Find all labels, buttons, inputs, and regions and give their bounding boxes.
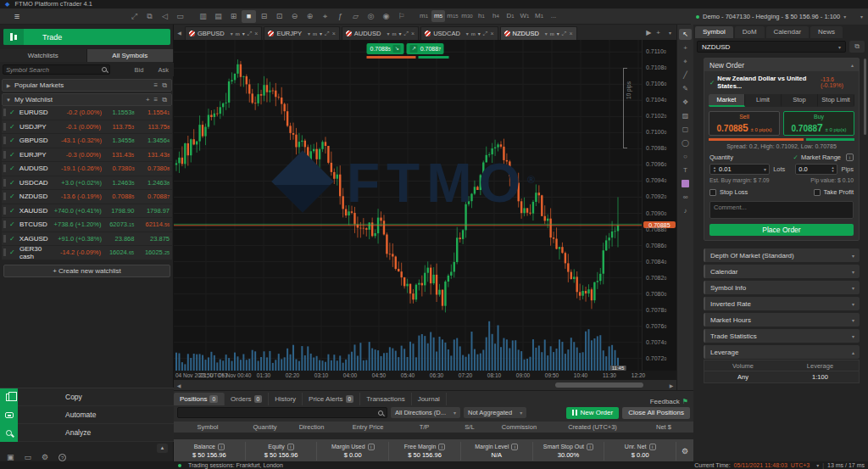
drag-handle[interactable] bbox=[3, 221, 6, 228]
drag-handle[interactable] bbox=[3, 179, 6, 187]
time-axis[interactable]: 04 Nov 2021, UTC+3 11:45 23:5005 Nov 00:… bbox=[174, 371, 676, 380]
pencil-icon[interactable]: ✎ bbox=[679, 83, 692, 94]
timeframe-h1[interactable]: h1 bbox=[475, 10, 488, 22]
close-icon[interactable]: × bbox=[254, 31, 258, 36]
quick-sell-button[interactable]: 0.70885 ↘ bbox=[367, 43, 404, 54]
watchlist-row-USDCAD[interactable]: ✓USDCAD+3.0 (+0.02%)1.246351.24638 bbox=[2, 176, 172, 190]
help-icon[interactable]: ? bbox=[58, 454, 66, 461]
chart-tab-AUDUSD[interactable]: AUDUSD▾m▾⤢× bbox=[342, 26, 419, 40]
column-header-entry-price[interactable]: Entry Price bbox=[335, 423, 401, 431]
info-icon[interactable]: i bbox=[438, 444, 445, 450]
zoom-in-icon[interactable]: ⊕ bbox=[303, 10, 317, 23]
drag-handle[interactable] bbox=[3, 109, 6, 116]
brush-icon[interactable]: ▨ bbox=[679, 110, 692, 121]
analyze-button[interactable]: Analyze bbox=[0, 424, 174, 442]
collapse-icon[interactable]: ▲ bbox=[157, 444, 168, 453]
drag-handle[interactable] bbox=[3, 137, 6, 144]
zoom-out-icon[interactable]: ⊖ bbox=[287, 10, 302, 23]
market-range-checkbox[interactable]: ✓ Market Range bbox=[793, 154, 841, 161]
stepper-icon[interactable]: ▲▼ bbox=[713, 166, 716, 173]
timeframe-M1[interactable]: M1 bbox=[532, 10, 546, 22]
alarm-icon[interactable]: ♪ bbox=[679, 205, 692, 216]
chart-tab-USDCAD[interactable]: USDCAD▾m▾⤢× bbox=[420, 26, 498, 40]
timeframe-D1[interactable]: D1 bbox=[504, 10, 517, 22]
drag-handle[interactable] bbox=[3, 151, 6, 159]
templates-icon[interactable]: ◎ bbox=[364, 10, 378, 23]
section-leverage[interactable]: Leverage ▴ bbox=[704, 345, 860, 359]
drag-handle[interactable] bbox=[3, 165, 6, 172]
drag-handle[interactable] bbox=[3, 235, 6, 243]
chart-plot[interactable]: FTMO® 0.70885 ↘ ↗ 0.70887 10 pips bbox=[174, 40, 642, 371]
stop-loss-checkbox[interactable]: Stop Loss bbox=[709, 188, 748, 196]
take-profit-checkbox[interactable]: Take Profit bbox=[814, 188, 854, 196]
drag-handle[interactable] bbox=[3, 248, 6, 256]
multi-chart-icon[interactable]: ⊞ bbox=[226, 10, 241, 23]
buy-button[interactable]: Buy 0.70887 ± 0 pip(s) bbox=[783, 111, 854, 136]
trade-button[interactable]: Trade bbox=[3, 29, 170, 45]
sound-icon[interactable]: ◁ bbox=[158, 10, 172, 23]
create-watchlist-button[interactable]: + Create new watchlist bbox=[3, 265, 170, 277]
sidebar-tab-all-symbols[interactable]: All Symbols bbox=[87, 49, 175, 62]
section-depth-of-market-standard-[interactable]: Depth Of Market (Standard)▾ bbox=[704, 248, 860, 262]
text-tool-icon[interactable]: T bbox=[679, 165, 692, 176]
automate-button[interactable]: Automate bbox=[0, 406, 174, 424]
watchlist-row-GBPUSD[interactable]: ✓GBPUSD-43.1 (-0.32%)1.345581.34564 bbox=[2, 134, 172, 148]
column-header-commission[interactable]: Commission bbox=[492, 423, 547, 431]
sell-button[interactable]: Sell 0.70885 ± 0 pip(s) bbox=[709, 111, 780, 136]
open-chart-icon[interactable]: ⧉ bbox=[849, 41, 865, 53]
info-icon[interactable]: i bbox=[846, 154, 854, 161]
section-symbol-info[interactable]: Symbol Info▾ bbox=[704, 281, 860, 294]
selection-icon[interactable]: ▢ bbox=[679, 124, 692, 135]
indicators-icon[interactable]: ƒ bbox=[333, 10, 348, 23]
quantity-input[interactable]: ▲▼ 0.01 ▾ bbox=[709, 164, 770, 175]
info-icon[interactable]: i bbox=[587, 444, 593, 450]
alerts-icon[interactable]: ⚐ bbox=[394, 10, 409, 23]
popout-icon[interactable]: ⤢ bbox=[403, 31, 409, 37]
order-type-stop[interactable]: Stop bbox=[782, 94, 818, 107]
watchlist-row-EURJPY[interactable]: ✓EURJPY-0.3 (0.00%)131.435131.438 bbox=[2, 148, 172, 162]
aggregation-filter-select[interactable]: Not Aggregated▾ bbox=[464, 407, 526, 418]
column-header-created-utc-[interactable]: Created (UTC+3) bbox=[547, 423, 638, 431]
pin-icon[interactable]: ⌖ bbox=[679, 56, 692, 67]
add-symbol-icon[interactable]: + bbox=[146, 96, 150, 103]
copy-button[interactable]: Copy bbox=[0, 388, 174, 406]
panel-tab-symbol[interactable]: Symbol bbox=[695, 26, 733, 38]
scrollbar-handle[interactable] bbox=[555, 382, 643, 388]
chart-list-icon[interactable]: ▤ bbox=[211, 10, 225, 23]
order-type-market[interactable]: Market bbox=[709, 94, 745, 107]
workspace-caret-icon[interactable]: ▾ bbox=[860, 14, 863, 20]
order-type-limit[interactable]: Limit bbox=[745, 94, 782, 107]
column-header-quantity[interactable]: Quantity bbox=[242, 423, 288, 431]
watchlist-row-USDJPY[interactable]: ✓USDJPY-0.1 (0.00%)113.753113.758 bbox=[2, 120, 172, 134]
lots-label[interactable]: Lots bbox=[773, 165, 785, 173]
popout-icon[interactable]: ⤢ bbox=[562, 31, 567, 37]
account-bar[interactable]: Demo - 7047130 - Hedging - $ 50 156.96 -… bbox=[691, 8, 868, 25]
panel-tab-news[interactable]: News bbox=[810, 26, 843, 38]
panel-tab-calendar[interactable]: Calendar bbox=[766, 26, 809, 38]
close-icon[interactable]: × bbox=[411, 31, 415, 36]
crosshair-tool-icon[interactable]: + bbox=[679, 42, 692, 53]
column-header-net-$[interactable]: Net $ bbox=[638, 423, 689, 431]
duplicate-window-icon[interactable]: ⧉ bbox=[142, 10, 157, 23]
drag-handle[interactable] bbox=[3, 193, 6, 200]
chart-scrollbar[interactable]: ◀ ▶ bbox=[174, 380, 676, 390]
info-icon[interactable]: i bbox=[511, 444, 518, 450]
trendline-icon[interactable]: ╱ bbox=[679, 70, 692, 81]
popout-icon[interactable]: ⤢ bbox=[248, 31, 253, 37]
info-icon[interactable]: i bbox=[287, 444, 294, 450]
column-header-s-l[interactable]: S/L bbox=[448, 423, 492, 431]
panel-tab-dom[interactable]: DoM bbox=[735, 26, 765, 38]
watchlist-row-AUDUSD[interactable]: ✓AUDUSD-19.1 (-0.26%)0.738030.73808 bbox=[2, 162, 172, 176]
comment-input[interactable]: Comment... bbox=[709, 201, 854, 219]
watchlist-row-XAGUSD[interactable]: ✓XAGUSD+91.0 (+0.38%)23.86823.875 bbox=[2, 232, 172, 246]
watchlist-row-XAUUSD[interactable]: ✓XAUUSD+740.0 (+0.41%)1798.901798.97 bbox=[2, 204, 172, 218]
single-chart-icon[interactable]: ■ bbox=[242, 10, 256, 23]
tabs-scroll-left-icon[interactable]: ◀ bbox=[174, 26, 185, 40]
new-chart-icon[interactable]: + bbox=[656, 26, 660, 40]
shapes-icon[interactable]: ❖ bbox=[679, 97, 692, 108]
section-inverted-rate[interactable]: Inverted Rate▾ bbox=[704, 297, 860, 310]
timeframe-m1[interactable]: m1 bbox=[417, 10, 431, 22]
timeframe-m30[interactable]: m30 bbox=[460, 10, 474, 22]
watchlist-row-BTCUSD[interactable]: ✓BTCUSD+738.6 (+1.20%)62073.1562114.56 bbox=[2, 218, 172, 232]
tab-transactions[interactable]: Transactions bbox=[360, 393, 412, 405]
